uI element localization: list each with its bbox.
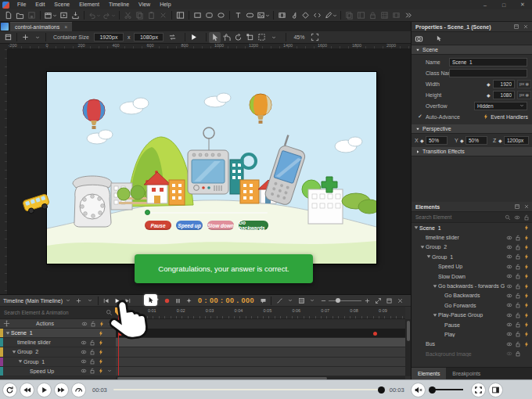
dock-panel-icon[interactable]	[512, 203, 522, 210]
element-row[interactable]: timeline slider	[412, 232, 532, 242]
width-unit[interactable]: px✱	[517, 80, 531, 88]
stage[interactable]: PauseSpeed upSlow downGo backwards	[47, 72, 376, 264]
height-input[interactable]	[493, 91, 515, 99]
menu-timeline[interactable]: Timeline	[104, 0, 134, 9]
timeline-row[interactable]: Group_2	[0, 347, 116, 357]
name-input[interactable]	[449, 58, 527, 66]
eye-icon[interactable]	[512, 214, 522, 221]
seek-bar[interactable]	[113, 383, 383, 397]
swap-dimensions-button[interactable]	[167, 32, 178, 43]
timeline-select-button[interactable]	[63, 296, 74, 306]
class-name-input[interactable]	[449, 69, 527, 77]
eye-slot[interactable]	[505, 331, 513, 337]
eye-slot[interactable]	[505, 341, 513, 347]
playback-speed-button[interactable]	[71, 383, 86, 397]
caret-icon[interactable]	[5, 330, 11, 336]
menu-element[interactable]: Element	[74, 0, 104, 9]
lock-slot[interactable]	[513, 341, 522, 347]
overflow-select[interactable]: Hidden	[474, 102, 527, 110]
keyframe-diamond-icon[interactable]: ◆	[487, 92, 491, 98]
element-row[interactable]: Group_2	[412, 243, 532, 252]
tab-close-icon[interactable]: ×	[64, 24, 67, 30]
zoom-slider-handle[interactable]	[336, 298, 340, 303]
element-row[interactable]: Pause	[412, 320, 532, 329]
fullscreen-button[interactable]	[471, 383, 486, 397]
insert-pane-button[interactable]	[174, 10, 186, 21]
flash-slot[interactable]	[522, 312, 530, 318]
lock-slot[interactable]	[513, 350, 522, 357]
add-label-button[interactable]	[257, 296, 268, 306]
eye-slot[interactable]	[79, 368, 88, 374]
menu-help[interactable]: Help	[155, 0, 175, 9]
flash-slot[interactable]	[96, 330, 105, 336]
element-row[interactable]: Go Forwards	[412, 300, 532, 310]
flash-slot[interactable]	[522, 322, 530, 328]
lock-slot[interactable]	[88, 340, 96, 346]
stage-button-go-backwards[interactable]: Go backwards	[239, 221, 268, 230]
caret-icon[interactable]	[419, 244, 426, 250]
caret-icon[interactable]	[432, 283, 438, 289]
rectangle-tool-button[interactable]	[192, 10, 203, 21]
flash-slot[interactable]	[522, 293, 530, 299]
flash-slot[interactable]	[96, 368, 105, 374]
lock-slot[interactable]	[513, 302, 522, 308]
element-row[interactable]: Go backwards - forwards Group	[412, 281, 532, 290]
timeline-row[interactable]: timeline slider	[0, 338, 116, 347]
transition-effects-header[interactable]: Transition Effects	[412, 147, 532, 156]
play-scene-button[interactable]	[188, 32, 200, 43]
fit-canvas-button[interactable]	[309, 32, 321, 43]
flash-slot[interactable]	[96, 358, 105, 365]
keyframe-diamond-icon[interactable]: ◆	[487, 81, 491, 87]
element-row[interactable]: Group_1	[412, 252, 532, 261]
height-unit[interactable]: px✱	[517, 91, 531, 99]
add-timeline-button[interactable]	[74, 296, 84, 306]
tool-menu-button[interactable]	[268, 32, 279, 43]
dock-scene-button[interactable]	[2, 32, 14, 43]
eye-slot[interactable]	[505, 235, 513, 241]
perspective-y-input[interactable]	[466, 136, 487, 145]
video-tool-button[interactable]	[276, 10, 288, 21]
caret-icon[interactable]	[413, 225, 419, 231]
flash-slot[interactable]	[522, 253, 530, 260]
timeline-search-input[interactable]	[0, 309, 106, 316]
element-row[interactable]: Bus	[412, 340, 532, 349]
transform-tool-button[interactable]	[244, 32, 256, 43]
button-tool-button[interactable]	[244, 10, 256, 21]
eye-slot[interactable]	[505, 264, 513, 270]
auto-advance-checkbox[interactable]: ✓	[418, 113, 422, 120]
ellipse-tool-button[interactable]	[215, 10, 227, 21]
lock-slot[interactable]	[513, 264, 522, 270]
properties-tab-icon[interactable]	[415, 34, 423, 43]
flash-slot[interactable]	[522, 302, 530, 308]
expand-slot[interactable]	[105, 368, 113, 374]
eye-slot[interactable]	[79, 340, 88, 346]
lock-slot[interactable]	[513, 253, 522, 260]
toggle-sidebar-button[interactable]	[488, 383, 503, 397]
close-timeline-button[interactable]	[394, 296, 405, 306]
timeline-track-row[interactable]	[116, 347, 405, 357]
lock-icon[interactable]	[88, 321, 97, 327]
select-tool-button[interactable]	[209, 32, 221, 43]
menu-file[interactable]: File	[13, 0, 31, 9]
fast-forward-button[interactable]	[54, 383, 69, 397]
eye-icon[interactable]	[80, 321, 88, 327]
snapping-button[interactable]	[296, 296, 307, 306]
replay-button[interactable]	[2, 383, 17, 397]
timeline-zoom-slider[interactable]	[329, 296, 361, 306]
timeline-row[interactable]: Group_1	[0, 358, 116, 367]
eye-slot[interactable]	[505, 293, 513, 299]
snapping-menu-button[interactable]	[307, 296, 318, 306]
rewind-button[interactable]	[20, 383, 34, 397]
scene-menu-button[interactable]	[31, 32, 43, 43]
timeline-track-row[interactable]	[116, 329, 405, 338]
interaction-tab-icon[interactable]	[434, 34, 443, 43]
timeline-row[interactable]: Scene_1	[0, 329, 116, 338]
zoom-in-timeline-button[interactable]	[361, 296, 372, 306]
lock-slot[interactable]	[88, 368, 96, 374]
perspective-section-header[interactable]: Perspective	[412, 124, 532, 134]
eye-slot[interactable]	[79, 349, 88, 355]
menu-scene[interactable]: Scene	[49, 0, 74, 9]
document-tab[interactable]: control-animations ×	[10, 22, 72, 31]
lock-slot[interactable]	[513, 283, 522, 289]
keyframe-diamond-icon[interactable]: ◆	[460, 138, 464, 143]
